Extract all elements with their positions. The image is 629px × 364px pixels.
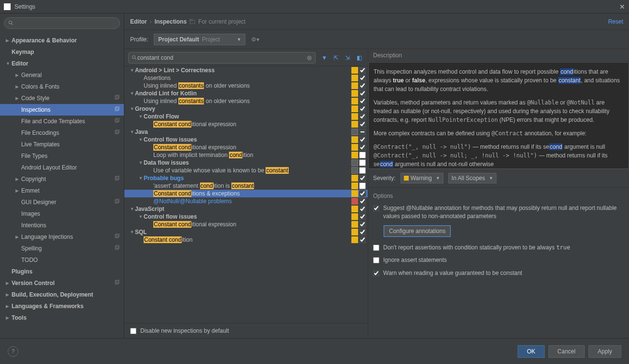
inspection-checkbox[interactable] bbox=[359, 105, 366, 112]
inspection-row[interactable]: ▼Android Lint for Kotlin bbox=[124, 90, 368, 97]
severity-indicator bbox=[351, 75, 358, 81]
filter-icon[interactable]: ▼ bbox=[320, 53, 329, 63]
inspection-row[interactable]: ▼Probable bugs bbox=[124, 174, 368, 182]
sidebar-item-label: File Types bbox=[21, 153, 120, 159]
inspection-checkbox[interactable] bbox=[359, 167, 366, 174]
sidebar-item-android-layout-editor[interactable]: Android Layout Editor bbox=[0, 162, 124, 173]
inspection-checkbox[interactable] bbox=[359, 144, 366, 151]
help-button[interactable]: ? bbox=[8, 346, 18, 357]
inspection-row[interactable]: ▼Control flow issues bbox=[124, 213, 368, 221]
sidebar-item-plugins[interactable]: Plugins bbox=[0, 266, 124, 277]
inspection-checkbox[interactable] bbox=[359, 136, 366, 143]
sidebar-item-gui-designer[interactable]: GUI Designer bbox=[0, 196, 124, 208]
sidebar-item-copyright[interactable]: ▶Copyright bbox=[0, 173, 124, 185]
sidebar-item-colors-fonts[interactable]: ▶Colors & Fonts bbox=[0, 81, 124, 92]
inspection-row[interactable]: ▼SQL bbox=[124, 228, 368, 236]
gear-icon[interactable]: ⚙▾ bbox=[251, 36, 259, 43]
inspection-row[interactable]: ▼Control Flow bbox=[124, 113, 368, 120]
inspection-row[interactable]: Using inlined constants on older version… bbox=[124, 97, 368, 105]
inspection-checkbox[interactable] bbox=[359, 98, 366, 104]
inspection-row[interactable]: Assertions bbox=[124, 74, 368, 82]
inspection-row[interactable]: Constant conditional expression bbox=[124, 120, 368, 128]
inspection-label: Constant conditional expression bbox=[153, 144, 351, 151]
sidebar-item-file-types[interactable]: File Types bbox=[0, 150, 124, 162]
inspection-row[interactable]: 'assert' statement condition is constant bbox=[124, 182, 368, 190]
inspection-checkbox[interactable] bbox=[359, 198, 366, 205]
sidebar-item-file-and-code-templates[interactable]: File and Code Templates bbox=[0, 116, 124, 127]
configure-annotations-button[interactable]: Configure annotations bbox=[384, 225, 451, 237]
inspection-checkbox[interactable] bbox=[359, 221, 366, 228]
inspection-checkbox[interactable] bbox=[359, 121, 366, 128]
inspection-checkbox[interactable] bbox=[359, 175, 366, 182]
sidebar-item-general[interactable]: ▶General bbox=[0, 69, 124, 81]
inspection-checkbox[interactable] bbox=[359, 229, 366, 235]
inspection-checkbox[interactable] bbox=[359, 82, 366, 89]
inspection-row[interactable]: ▼JavaScript bbox=[124, 205, 368, 213]
inspection-row[interactable]: @NotNull/@Nullable problems bbox=[124, 197, 368, 205]
inspection-checkbox[interactable] bbox=[359, 129, 366, 135]
opt-warn-constant[interactable] bbox=[373, 270, 379, 276]
sidebar-item-file-encodings[interactable]: File Encodings bbox=[0, 127, 124, 139]
sidebar-item-emmet[interactable]: ▶Emmet bbox=[0, 185, 124, 196]
sidebar-item-keymap[interactable]: Keymap bbox=[0, 46, 124, 58]
sidebar-item-live-templates[interactable]: Live Templates bbox=[0, 139, 124, 150]
sidebar-item-build-execution-deployment[interactable]: ▶Build, Execution, Deployment bbox=[0, 289, 124, 300]
filter-input[interactable] bbox=[137, 54, 307, 61]
collapse-icon[interactable]: ⇲ bbox=[343, 53, 352, 63]
inspection-checkbox[interactable] bbox=[359, 190, 366, 197]
inspection-checkbox[interactable] bbox=[359, 90, 366, 97]
sidebar-item-editor[interactable]: ▼Editor bbox=[0, 58, 124, 69]
apply-button[interactable]: Apply bbox=[589, 345, 621, 358]
inspection-row[interactable]: ▼Java bbox=[124, 128, 368, 136]
inspection-row[interactable]: Constant condition bbox=[124, 236, 368, 244]
inspection-row[interactable]: Use of variable whose value is known to … bbox=[124, 167, 368, 174]
eraser-icon[interactable]: ◧ bbox=[354, 53, 364, 63]
disable-new-checkbox[interactable] bbox=[130, 328, 136, 334]
inspection-row[interactable]: ▼Data flow issues bbox=[124, 159, 368, 167]
sidebar-item-images[interactable]: Images bbox=[0, 208, 124, 220]
sidebar-item-version-control[interactable]: ▶Version Control bbox=[0, 277, 124, 289]
inspection-filter[interactable]: ⊗ bbox=[128, 52, 316, 64]
sidebar-item-language-injections[interactable]: ▶Language Injections bbox=[0, 231, 124, 243]
inspection-checkbox[interactable] bbox=[359, 159, 366, 166]
inspection-checkbox[interactable] bbox=[359, 236, 366, 243]
cancel-button[interactable]: Cancel bbox=[549, 345, 585, 358]
inspection-checkbox[interactable] bbox=[359, 213, 366, 220]
inspection-row[interactable]: ▼Android > Lint > Correctness bbox=[124, 66, 368, 74]
inspection-row[interactable]: Loop with implicit termination condition bbox=[124, 151, 368, 159]
close-icon[interactable]: ✕ bbox=[619, 3, 625, 11]
sidebar-item-intentions[interactable]: Intentions bbox=[0, 220, 124, 231]
inspection-checkbox[interactable] bbox=[359, 113, 366, 120]
expand-icon[interactable]: ⇱ bbox=[331, 53, 341, 63]
sidebar-item-todo[interactable]: TODO bbox=[0, 254, 124, 266]
inspection-checkbox[interactable] bbox=[359, 206, 366, 212]
inspection-row[interactable]: Constant conditional expression bbox=[124, 221, 368, 228]
opt-suggest-nullable[interactable] bbox=[373, 205, 379, 211]
scope-dropdown[interactable]: In All Scopes ▼ bbox=[448, 173, 496, 183]
sidebar: ▶Appearance & BehaviorKeymap▼Editor▶Gene… bbox=[0, 13, 124, 338]
sidebar-item-tools[interactable]: ▶Tools bbox=[0, 312, 124, 324]
ok-button[interactable]: OK bbox=[518, 345, 544, 358]
profile-dropdown[interactable]: Project Default Project ▼ bbox=[154, 34, 245, 45]
inspection-checkbox[interactable] bbox=[359, 75, 366, 81]
severity-dropdown[interactable]: Warning ▼ bbox=[401, 173, 443, 183]
inspection-checkbox[interactable] bbox=[359, 152, 366, 158]
opt-ignore-assert[interactable] bbox=[373, 257, 379, 263]
inspection-checkbox[interactable] bbox=[359, 67, 366, 74]
sidebar-item-inspections[interactable]: Inspections bbox=[0, 104, 124, 116]
clear-icon[interactable]: ⊗ bbox=[307, 54, 312, 62]
inspection-row[interactable]: Using inlined constants on older version… bbox=[124, 82, 368, 90]
sidebar-search[interactable] bbox=[4, 17, 120, 29]
svg-rect-18 bbox=[115, 281, 118, 284]
inspection-row[interactable]: ▼Control flow issues bbox=[124, 136, 368, 143]
inspection-row[interactable]: Constant conditions & exceptions bbox=[124, 190, 368, 197]
sidebar-item-spelling[interactable]: Spelling bbox=[0, 243, 124, 254]
inspection-row[interactable]: Constant conditional expression bbox=[124, 143, 368, 151]
sidebar-item-code-style[interactable]: ▶Code Style bbox=[0, 92, 124, 104]
sidebar-item-languages-frameworks[interactable]: ▶Languages & Frameworks bbox=[0, 300, 124, 312]
inspection-row[interactable]: ▼Groovy bbox=[124, 105, 368, 113]
opt-dont-report-assertions[interactable] bbox=[373, 245, 379, 251]
inspection-checkbox[interactable] bbox=[359, 182, 366, 189]
sidebar-item-appearance-behavior[interactable]: ▶Appearance & Behavior bbox=[0, 35, 124, 46]
reset-link[interactable]: Reset bbox=[608, 18, 623, 25]
